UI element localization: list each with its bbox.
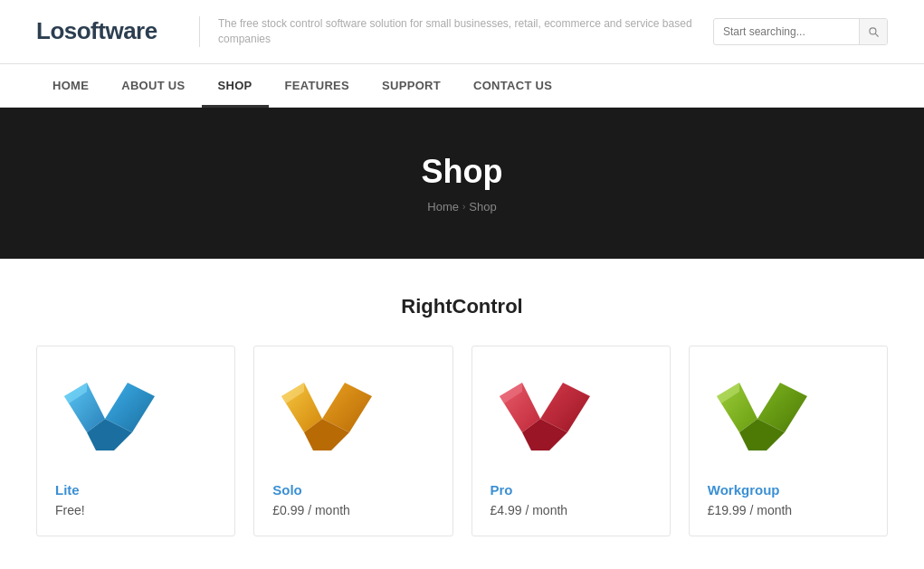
product-card-pro[interactable]: Pro £4.99 / month [472,346,671,536]
nav-link-features[interactable]: FEATURES [269,64,367,107]
product-name-lite: Lite [55,482,216,498]
product-card-solo[interactable]: Solo £0.99 / month [253,346,452,536]
product-price-solo: £0.99 / month [272,503,433,517]
product-icon-workgroup [708,365,807,464]
nav-item-about: ABOUT US [105,64,201,107]
product-card-lite[interactable]: Lite Free! [36,346,235,536]
hero-title: Shop [0,153,924,191]
breadcrumb: Home › Shop [0,200,924,213]
product-name-solo: Solo [272,482,433,498]
site-logo[interactable]: Losoftware [36,17,199,45]
product-icon-solo [272,365,372,464]
main-nav: HOME ABOUT US SHOP FEATURES SUPPORT CONT… [0,64,924,108]
nav-item-contact: CONTACT US [457,64,568,107]
products-grid: Lite Free! [36,346,888,536]
product-price-workgroup: £19.99 / month [708,503,869,517]
nav-link-home[interactable]: HOME [36,64,105,107]
site-tagline: The free stock control software solution… [199,16,713,47]
nav-item-features: FEATURES [269,64,367,107]
nav-link-contact[interactable]: CONTACT US [457,64,568,107]
nav-item-home: HOME [36,64,105,107]
nav-link-shop[interactable]: SHOP [202,64,269,107]
product-price-pro: £4.99 / month [491,503,652,517]
search-icon [867,25,880,38]
hero-section: Shop Home › Shop [0,108,924,259]
nav-item-support: SUPPORT [366,64,457,107]
search-button[interactable] [859,19,887,44]
product-name-workgroup: Workgroup [708,482,869,498]
main-content: RightControl [0,259,924,569]
section-title: RightControl [36,295,888,318]
product-card-workgroup[interactable]: Workgroup £19.99 / month [689,346,888,536]
breadcrumb-home-link[interactable]: Home [427,200,459,213]
breadcrumb-separator: › [462,202,465,212]
product-name-pro: Pro [491,482,652,498]
product-icon-lite [55,365,155,464]
site-header: Losoftware The free stock control softwa… [0,0,924,64]
breadcrumb-current: Shop [469,200,496,213]
nav-link-about[interactable]: ABOUT US [105,64,201,107]
product-price-lite: Free! [55,503,216,517]
product-icon-pro [491,365,590,464]
search-bar[interactable] [713,18,888,45]
nav-item-shop: SHOP [202,64,269,107]
nav-list: HOME ABOUT US SHOP FEATURES SUPPORT CONT… [36,64,888,107]
search-input[interactable] [714,22,859,42]
nav-link-support[interactable]: SUPPORT [366,64,457,107]
